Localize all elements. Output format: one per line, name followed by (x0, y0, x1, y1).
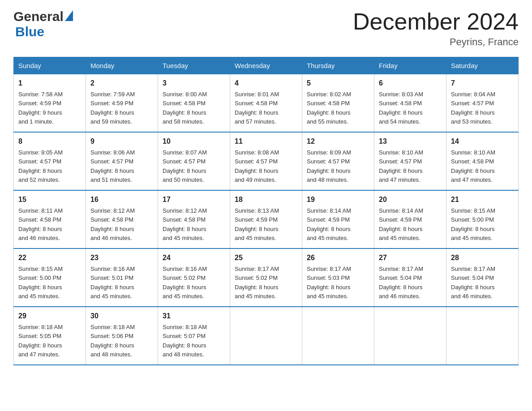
day-info: Sunrise: 8:03 AMSunset: 4:58 PMDaylight:… (379, 91, 423, 125)
logo-general-text: General (13, 9, 64, 24)
day-number: 4 (235, 78, 297, 89)
calendar-header-row: SundayMondayTuesdayWednesdayThursdayFrid… (14, 57, 519, 74)
day-number: 10 (163, 136, 225, 147)
day-info: Sunrise: 8:17 AMSunset: 5:04 PMDaylight:… (379, 265, 423, 300)
logo-triangle-icon (65, 10, 73, 21)
day-number: 11 (235, 136, 297, 147)
day-cell: 19Sunrise: 8:14 AMSunset: 4:59 PMDayligh… (302, 190, 374, 248)
day-number: 6 (379, 78, 442, 89)
day-info: Sunrise: 8:12 AMSunset: 4:58 PMDaylight:… (163, 207, 207, 241)
day-cell: 26Sunrise: 8:17 AMSunset: 5:03 PMDayligh… (302, 248, 374, 307)
day-cell: 15Sunrise: 8:11 AMSunset: 4:58 PMDayligh… (14, 190, 86, 248)
day-cell: 23Sunrise: 8:16 AMSunset: 5:01 PMDayligh… (86, 248, 158, 307)
header-saturday: Saturday (446, 57, 519, 74)
day-cell: 25Sunrise: 8:17 AMSunset: 5:02 PMDayligh… (230, 248, 302, 307)
day-cell: 20Sunrise: 8:14 AMSunset: 4:59 PMDayligh… (374, 190, 446, 248)
day-number: 17 (163, 194, 225, 205)
title-section: December 2024 Peyrins, France (353, 9, 519, 48)
day-cell: 27Sunrise: 8:17 AMSunset: 5:04 PMDayligh… (374, 248, 446, 307)
day-info: Sunrise: 8:02 AMSunset: 4:58 PMDaylight:… (307, 91, 351, 125)
day-cell: 24Sunrise: 8:16 AMSunset: 5:02 PMDayligh… (158, 248, 230, 307)
day-info: Sunrise: 8:11 AMSunset: 4:58 PMDaylight:… (18, 207, 63, 241)
week-row-4: 22Sunrise: 8:15 AMSunset: 5:00 PMDayligh… (14, 248, 519, 307)
day-info: Sunrise: 8:10 AMSunset: 4:58 PMDaylight:… (451, 149, 495, 183)
day-info: Sunrise: 7:59 AMSunset: 4:59 PMDaylight:… (90, 91, 135, 125)
day-cell: 7Sunrise: 8:04 AMSunset: 4:57 PMDaylight… (446, 74, 519, 133)
day-info: Sunrise: 8:16 AMSunset: 5:01 PMDaylight:… (90, 265, 135, 300)
day-info: Sunrise: 8:17 AMSunset: 5:03 PMDaylight:… (307, 265, 351, 300)
day-cell: 8Sunrise: 8:05 AMSunset: 4:57 PMDaylight… (14, 132, 86, 190)
header-thursday: Thursday (302, 57, 374, 74)
day-number: 27 (379, 253, 442, 263)
header-friday: Friday (374, 57, 446, 74)
day-number: 13 (379, 136, 442, 147)
header-wednesday: Wednesday (230, 57, 302, 74)
day-number: 24 (163, 253, 225, 263)
day-cell: 6Sunrise: 8:03 AMSunset: 4:58 PMDaylight… (374, 74, 446, 133)
day-cell: 11Sunrise: 8:08 AMSunset: 4:57 PMDayligh… (230, 132, 302, 190)
day-cell: 30Sunrise: 8:18 AMSunset: 5:06 PMDayligh… (86, 307, 158, 365)
day-number: 3 (163, 78, 225, 89)
day-cell: 28Sunrise: 8:17 AMSunset: 5:04 PMDayligh… (446, 248, 519, 307)
day-info: Sunrise: 8:13 AMSunset: 4:59 PMDaylight:… (235, 207, 279, 241)
calendar-table: SundayMondayTuesdayWednesdayThursdayFrid… (13, 57, 519, 365)
day-number: 14 (451, 136, 514, 147)
day-number: 30 (90, 311, 153, 321)
day-info: Sunrise: 8:15 AMSunset: 5:00 PMDaylight:… (451, 207, 495, 241)
day-info: Sunrise: 8:18 AMSunset: 5:06 PMDaylight:… (90, 324, 135, 358)
day-cell: 12Sunrise: 8:09 AMSunset: 4:57 PMDayligh… (302, 132, 374, 190)
day-number: 9 (90, 136, 153, 147)
day-number: 28 (451, 253, 514, 263)
month-title: December 2024 (353, 9, 519, 34)
day-cell: 31Sunrise: 8:18 AMSunset: 5:07 PMDayligh… (158, 307, 230, 365)
day-cell: 29Sunrise: 8:18 AMSunset: 5:05 PMDayligh… (14, 307, 86, 365)
logo-blue-text: Blue (15, 24, 44, 39)
day-number: 19 (307, 194, 369, 205)
page-header: General Blue December 2024 Peyrins, Fran… (13, 9, 519, 48)
day-number: 1 (18, 78, 81, 89)
day-cell: 9Sunrise: 8:06 AMSunset: 4:57 PMDaylight… (86, 132, 158, 190)
week-row-5: 29Sunrise: 8:18 AMSunset: 5:05 PMDayligh… (14, 307, 519, 365)
day-info: Sunrise: 8:08 AMSunset: 4:57 PMDaylight:… (235, 149, 279, 183)
day-info: Sunrise: 8:12 AMSunset: 4:58 PMDaylight:… (90, 207, 135, 241)
day-info: Sunrise: 8:07 AMSunset: 4:57 PMDaylight:… (163, 149, 207, 183)
day-info: Sunrise: 8:14 AMSunset: 4:59 PMDaylight:… (307, 207, 351, 241)
day-info: Sunrise: 8:04 AMSunset: 4:57 PMDaylight:… (451, 91, 495, 125)
day-cell: 10Sunrise: 8:07 AMSunset: 4:57 PMDayligh… (158, 132, 230, 190)
day-number: 12 (307, 136, 369, 147)
day-info: Sunrise: 8:14 AMSunset: 4:59 PMDaylight:… (379, 207, 423, 241)
day-cell (302, 307, 374, 365)
day-number: 26 (307, 253, 369, 263)
day-cell: 5Sunrise: 8:02 AMSunset: 4:58 PMDaylight… (302, 74, 374, 133)
day-number: 8 (18, 136, 81, 147)
week-row-2: 8Sunrise: 8:05 AMSunset: 4:57 PMDaylight… (14, 132, 519, 190)
logo: General Blue (13, 9, 73, 39)
day-info: Sunrise: 8:17 AMSunset: 5:02 PMDaylight:… (235, 265, 279, 300)
day-cell: 14Sunrise: 8:10 AMSunset: 4:58 PMDayligh… (446, 132, 519, 190)
day-info: Sunrise: 8:10 AMSunset: 4:57 PMDaylight:… (379, 149, 423, 183)
day-cell (374, 307, 446, 365)
day-info: Sunrise: 8:06 AMSunset: 4:57 PMDaylight:… (90, 149, 135, 183)
day-number: 7 (451, 78, 514, 89)
day-number: 31 (163, 311, 225, 321)
day-info: Sunrise: 8:01 AMSunset: 4:58 PMDaylight:… (235, 91, 279, 125)
location-label: Peyrins, France (353, 36, 519, 48)
day-cell: 3Sunrise: 8:00 AMSunset: 4:58 PMDaylight… (158, 74, 230, 133)
day-info: Sunrise: 8:16 AMSunset: 5:02 PMDaylight:… (163, 265, 207, 300)
day-info: Sunrise: 7:58 AMSunset: 4:59 PMDaylight:… (18, 91, 63, 125)
day-cell: 21Sunrise: 8:15 AMSunset: 5:00 PMDayligh… (446, 190, 519, 248)
day-cell: 16Sunrise: 8:12 AMSunset: 4:58 PMDayligh… (86, 190, 158, 248)
day-number: 25 (235, 253, 297, 263)
day-cell: 22Sunrise: 8:15 AMSunset: 5:00 PMDayligh… (14, 248, 86, 307)
week-row-3: 15Sunrise: 8:11 AMSunset: 4:58 PMDayligh… (14, 190, 519, 248)
day-cell: 17Sunrise: 8:12 AMSunset: 4:58 PMDayligh… (158, 190, 230, 248)
day-cell: 18Sunrise: 8:13 AMSunset: 4:59 PMDayligh… (230, 190, 302, 248)
header-monday: Monday (86, 57, 158, 74)
day-cell: 2Sunrise: 7:59 AMSunset: 4:59 PMDaylight… (86, 74, 158, 133)
day-info: Sunrise: 8:05 AMSunset: 4:57 PMDaylight:… (18, 149, 63, 183)
day-number: 5 (307, 78, 369, 89)
day-info: Sunrise: 8:15 AMSunset: 5:00 PMDaylight:… (18, 265, 63, 300)
day-number: 22 (18, 253, 81, 263)
week-row-1: 1Sunrise: 7:58 AMSunset: 4:59 PMDaylight… (14, 74, 519, 133)
day-cell: 1Sunrise: 7:58 AMSunset: 4:59 PMDaylight… (14, 74, 86, 133)
